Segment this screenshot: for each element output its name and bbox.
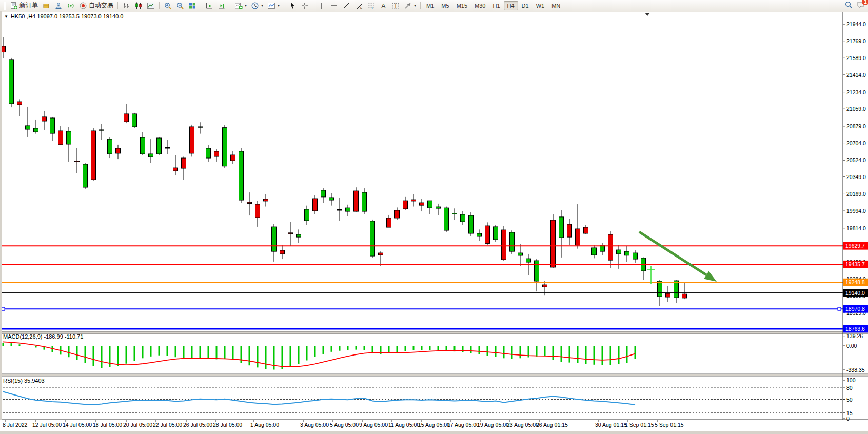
search-button[interactable]	[844, 1, 853, 11]
chevron-down-icon[interactable]: ▾	[278, 3, 280, 8]
timeframe-m5-button[interactable]: M5	[438, 1, 452, 10]
chevron-down-icon[interactable]: ▾	[245, 3, 247, 8]
svg-text:18 Jul 05:00: 18 Jul 05:00	[93, 422, 122, 428]
zoom-out-button[interactable]	[174, 0, 186, 11]
profiles-button[interactable]	[52, 0, 65, 11]
hline-button[interactable]	[328, 0, 340, 11]
svg-text:3 Aug 05:00: 3 Aug 05:00	[300, 422, 329, 428]
svg-text:80: 80	[846, 385, 853, 391]
scroll-end-icon	[205, 2, 213, 10]
cube-button[interactable]	[40, 0, 52, 11]
timeframe-m1-button[interactable]: M1	[423, 1, 438, 10]
timeframe-m30-button[interactable]: M30	[471, 1, 489, 10]
profiles-icon	[54, 2, 63, 10]
svg-text:12 Jul 05:00: 12 Jul 05:00	[32, 422, 62, 428]
svg-text:22 Jul 05:00: 22 Jul 05:00	[153, 422, 182, 428]
new-order-button[interactable]: 新订单	[8, 0, 40, 11]
svg-text:E: E	[360, 6, 362, 9]
timeframe-mn-button[interactable]: MN	[548, 1, 564, 10]
svg-text:1 Aug 05:00: 1 Aug 05:00	[250, 422, 279, 428]
one-click-trading-toggle-icon[interactable]: ▼	[4, 14, 8, 19]
svg-text:18970.8: 18970.8	[845, 306, 865, 312]
channel-button[interactable]: E	[352, 0, 365, 11]
tile-windows-icon	[188, 2, 196, 10]
svg-text:20169.0: 20169.0	[846, 191, 866, 197]
crosshair-button[interactable]	[299, 0, 311, 11]
svg-text:21414.0: 21414.0	[846, 72, 866, 78]
svg-text:100: 100	[846, 377, 856, 383]
price-badge-19629.7: 19629.7	[843, 242, 868, 250]
toolbar-grip[interactable]	[4, 2, 6, 10]
toolbar-separator	[420, 2, 421, 9]
notification-badge: 1	[862, 0, 868, 5]
toolbar-separator	[117, 2, 118, 9]
main-toolbar: 新订单自动交易▾▾▾EFAT▾M1M5M15M30H1H4D1W1MN1	[0, 0, 868, 11]
trendline-button[interactable]	[340, 0, 352, 11]
autotrade-button[interactable]: 自动交易	[77, 0, 115, 11]
clock-button[interactable]: ▾	[249, 0, 265, 11]
svg-text:15 Aug 05:00: 15 Aug 05:00	[418, 422, 450, 428]
mt4-terminal: { "toolbar": { "groups": [ {"items":[ {"…	[0, 0, 868, 434]
svg-text:19994.0: 19994.0	[846, 208, 866, 214]
rsi-indicator-label: RSI(15) 35.9403	[3, 378, 45, 384]
chevron-down-icon[interactable]: ▾	[261, 3, 263, 8]
timeframe-d1-button[interactable]: D1	[518, 1, 532, 10]
shapes-button[interactable]: ▾	[402, 0, 418, 11]
price-badge-19248.8: 19248.8	[843, 279, 868, 286]
svg-text:20879.0: 20879.0	[846, 123, 866, 129]
candle-chart-icon	[134, 2, 143, 10]
signal-button[interactable]	[65, 0, 77, 11]
svg-text:19 Aug 05:00: 19 Aug 05:00	[477, 422, 509, 428]
chart-shift-icon	[218, 2, 226, 10]
vline-icon	[318, 2, 326, 10]
chevron-down-icon[interactable]: ▾	[414, 3, 416, 8]
timeframe-w1-button[interactable]: W1	[532, 1, 548, 10]
toolbar-separator	[313, 2, 313, 9]
text-button[interactable]: A	[377, 0, 389, 11]
new-order-icon	[10, 2, 18, 10]
chart-shift-button[interactable]	[215, 0, 228, 11]
timeframe-m15-button[interactable]: M15	[453, 1, 471, 10]
svg-text:8 Jul 2022: 8 Jul 2022	[3, 422, 28, 428]
svg-text:18763.6: 18763.6	[845, 326, 865, 332]
svg-text:9 Aug 05:00: 9 Aug 05:00	[359, 422, 388, 428]
scroll-end-button[interactable]	[203, 0, 215, 11]
svg-text:A: A	[381, 2, 386, 9]
svg-text:21944.0: 21944.0	[846, 21, 866, 27]
bar-chart-button[interactable]	[120, 0, 132, 11]
svg-text:0: 0	[846, 416, 850, 422]
svg-text:21234.0: 21234.0	[846, 89, 866, 95]
candle-chart-button[interactable]	[132, 0, 145, 11]
svg-text:11 Aug 05:00: 11 Aug 05:00	[388, 422, 420, 428]
label-icon: T	[391, 2, 400, 10]
cursor-button[interactable]	[286, 0, 299, 11]
chart-area[interactable]: 21944.021769.021589.021414.021234.021059…	[0, 11, 868, 434]
zoom-in-button[interactable]	[162, 0, 174, 11]
tile-windows-button[interactable]	[186, 0, 199, 11]
svg-text:0.00: 0.00	[846, 343, 857, 349]
chart-title: ▼ HK50-,H4 19097.0 19253.5 19073.0 19140…	[4, 13, 124, 19]
hline-icon	[330, 2, 338, 10]
template-button[interactable]: ▾	[232, 0, 249, 11]
line-chart-button[interactable]	[145, 0, 157, 11]
zoom-out-icon	[176, 2, 184, 10]
label-button[interactable]: T	[389, 0, 402, 11]
svg-text:-338.35: -338.35	[846, 367, 865, 373]
svg-text:19435.7: 19435.7	[845, 261, 865, 267]
timeframe-h1-button[interactable]: H1	[489, 1, 503, 10]
timeframe-h4-button[interactable]: H4	[504, 1, 518, 10]
notifications-button[interactable]: 1	[857, 1, 865, 11]
toolbar-separator	[201, 2, 201, 9]
trendline-icon	[342, 2, 350, 10]
svg-text:21769.0: 21769.0	[846, 38, 866, 44]
indicator-button[interactable]: ▾	[265, 0, 282, 11]
template-icon	[234, 2, 243, 10]
vline-button[interactable]	[315, 0, 328, 11]
svg-text:T: T	[394, 3, 397, 8]
svg-text:20349.0: 20349.0	[846, 174, 866, 180]
fibo-button[interactable]: F	[365, 0, 377, 11]
svg-text:19140.0: 19140.0	[845, 290, 865, 296]
line-chart-icon	[147, 2, 155, 10]
clock-icon	[251, 2, 259, 10]
svg-text:26 Jul 05:00: 26 Jul 05:00	[183, 422, 212, 428]
